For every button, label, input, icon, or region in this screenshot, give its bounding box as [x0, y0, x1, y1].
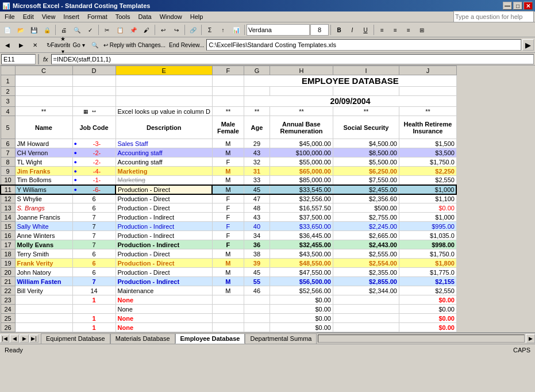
tab-materials[interactable]: Materials Database	[110, 333, 175, 344]
cell-mf-19[interactable]: M	[212, 259, 244, 268]
tab-dept[interactable]: Departmental Summa	[245, 333, 317, 344]
cell-social-7[interactable]: $8,500.00	[333, 148, 399, 157]
forward-button[interactable]: ▶	[15, 39, 28, 51]
cell-annual-14[interactable]: $37,500.00	[270, 213, 333, 222]
cell-mf-22[interactable]: M	[212, 286, 244, 295]
cell-c4[interactable]: **	[15, 107, 72, 116]
cell-desc-22[interactable]: Maintenance	[116, 286, 212, 295]
cell-age-20[interactable]: 45	[244, 268, 270, 277]
cell-mf-12[interactable]: F	[212, 194, 244, 203]
cell-name-6[interactable]: JM Howard	[15, 139, 72, 148]
cell-f1[interactable]	[212, 75, 244, 87]
sheet-nav-prev[interactable]: ◀	[10, 335, 19, 343]
cell-health-20[interactable]: $1,775.0	[399, 268, 456, 277]
cell-c2[interactable]	[15, 87, 72, 96]
hyperlink-button[interactable]: 🔗	[187, 24, 199, 36]
cell-social-13[interactable]: $500.00	[333, 203, 399, 213]
cell-age-19[interactable]: 39	[244, 259, 270, 268]
cell-e1[interactable]	[116, 75, 212, 87]
cell-mf-16[interactable]: F	[212, 231, 244, 240]
go-button[interactable]: Go ▾	[70, 39, 87, 51]
menu-insert[interactable]: Insert	[60, 13, 83, 21]
cell-name-17[interactable]: Molly Evans	[15, 240, 72, 249]
close-button[interactable]: ✕	[524, 2, 533, 10]
merge-center[interactable]: ⊞	[415, 24, 428, 36]
cell-social-26[interactable]	[333, 323, 399, 332]
cell-mf-9[interactable]: M	[212, 167, 244, 176]
cell-jc-16[interactable]: 7	[72, 231, 116, 240]
cell-health-9[interactable]: $2,250	[399, 167, 456, 176]
minimize-button[interactable]: —	[503, 2, 512, 10]
chart-button[interactable]: 📊	[230, 24, 243, 36]
font-size-input[interactable]	[310, 24, 329, 36]
col-header-i[interactable]: I	[333, 66, 399, 75]
cell-age-16[interactable]: 34	[244, 231, 270, 240]
cell-annual-11[interactable]: $33,545.00	[270, 185, 333, 194]
cell-age-12[interactable]: 47	[244, 194, 270, 203]
cell-health-24[interactable]: $0.00	[399, 305, 456, 314]
cell-name-22[interactable]: Bill Verity	[15, 286, 72, 295]
cell-name-7[interactable]: CH Vernon	[15, 148, 72, 157]
cell-mf-8[interactable]: F	[212, 157, 244, 167]
cell-d4[interactable]: ** ▦	[72, 107, 116, 116]
stop-button[interactable]: ✕	[29, 39, 41, 51]
cell-social-16[interactable]: $2,665.00	[333, 231, 399, 240]
cell-mf-15[interactable]: F	[212, 222, 244, 231]
save-button[interactable]: 💾	[28, 24, 40, 36]
redo-button[interactable]: ↪	[170, 24, 183, 36]
sheet-nav-first[interactable]: |◀	[0, 335, 9, 343]
autosum-button[interactable]: Σ	[203, 24, 216, 36]
col-header-e[interactable]: E	[116, 66, 212, 75]
paste-button[interactable]: 📌	[127, 24, 140, 36]
cell-mf-20[interactable]: M	[212, 268, 244, 277]
go-arrow[interactable]: ▶	[522, 39, 534, 51]
cell-c1[interactable]	[15, 75, 72, 87]
preview-button[interactable]: 🔍	[71, 24, 83, 36]
col-header-f[interactable]: F	[212, 66, 244, 75]
cell-desc-11[interactable]: Production - Direct	[116, 185, 212, 194]
cell-mf-14[interactable]: F	[212, 213, 244, 222]
permission-button[interactable]: 🔒	[41, 24, 53, 36]
cell-jc-10[interactable]: ● -1-	[72, 176, 116, 185]
cell-name-20[interactable]: John Natory	[15, 268, 72, 277]
cell-social-20[interactable]: $2,355.00	[333, 268, 399, 277]
menu-file[interactable]: File	[1, 13, 18, 21]
cell-social-15[interactable]: $2,245.00	[333, 222, 399, 231]
col-header-j[interactable]: J	[399, 66, 456, 75]
cell-annual-22[interactable]: $52,566.00	[270, 286, 333, 295]
cell-mf-25[interactable]	[212, 314, 244, 323]
cell-annual-21[interactable]: $56,500.00	[270, 277, 333, 286]
bold-button[interactable]: B	[333, 24, 345, 36]
cell-desc-9[interactable]: Marketing	[116, 167, 212, 176]
cell-j2[interactable]	[399, 87, 456, 96]
cut-button[interactable]: ✂	[101, 24, 113, 36]
cell-age-17[interactable]: 36	[244, 240, 270, 249]
cell-reference-input[interactable]	[1, 54, 36, 64]
col-header-c[interactable]: C	[15, 66, 72, 75]
cell-g4[interactable]: **	[244, 107, 270, 116]
cell-jc-12[interactable]: 6	[72, 194, 116, 203]
cell-h4[interactable]: **	[270, 107, 333, 116]
cell-health-12[interactable]: $1,100	[399, 194, 456, 203]
cell-desc-12[interactable]: Production - Direct	[116, 194, 212, 203]
cell-jc-6[interactable]: ● -3-	[72, 139, 116, 148]
cell-health-17[interactable]: $998.00	[399, 240, 456, 249]
cell-health-14[interactable]: $1,000	[399, 213, 456, 222]
cell-jc-18[interactable]: 6	[72, 249, 116, 259]
cell-desc-14[interactable]: Production - Indirect	[116, 213, 212, 222]
cell-jc-22[interactable]: 14	[72, 286, 116, 295]
cell-social-14[interactable]: $2,755.00	[333, 213, 399, 222]
tab-employee[interactable]: Employee Database	[175, 333, 245, 344]
cell-age-24[interactable]	[244, 305, 270, 314]
cell-d3[interactable]	[72, 96, 116, 107]
cell-age-7[interactable]: 43	[244, 148, 270, 157]
cell-desc-21[interactable]: Production - Indirect	[116, 277, 212, 286]
cell-health-16[interactable]: $1,035.0	[399, 231, 456, 240]
cell-jc-17[interactable]: 7	[72, 240, 116, 249]
cell-age-23[interactable]	[244, 295, 270, 305]
tab-equipment[interactable]: Equipment Database	[41, 333, 110, 344]
cell-health-15[interactable]: $995.00	[399, 222, 456, 231]
cell-desc-16[interactable]: Production - Indirect	[116, 231, 212, 240]
cell-annual-17[interactable]: $32,455.00	[270, 240, 333, 249]
cell-social-12[interactable]: $2,356.60	[333, 194, 399, 203]
